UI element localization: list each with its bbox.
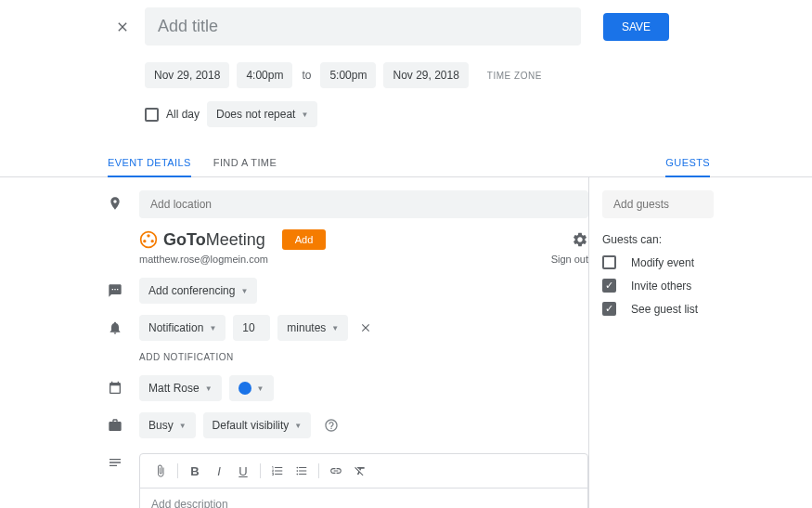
check-icon: ✓ [605,304,613,314]
tab-event-details[interactable]: EVENT DETAILS [108,150,191,177]
svg-point-2 [143,240,146,242]
invite-others-checkbox[interactable]: ✓ [602,279,616,293]
availability-dropdown[interactable]: Busy ▼ [139,412,196,438]
list-numbered-icon [271,464,284,477]
notification-value-input[interactable]: 10 [233,315,270,341]
chevron-down-icon: ▼ [294,422,302,430]
location-icon [108,190,139,211]
calendar-color-dropdown[interactable]: ▼ [229,375,274,401]
add-guests-input[interactable] [602,190,714,218]
color-dot [238,382,251,395]
description-icon [108,449,139,470]
link-icon [329,464,342,477]
modify-event-checkbox[interactable] [602,255,616,269]
end-time-picker[interactable]: 5:00pm [320,62,376,88]
see-guest-list-checkbox[interactable]: ✓ [602,302,616,316]
notification-icon [108,315,139,335]
invite-others-label: Invite others [631,280,691,293]
signout-link[interactable]: Sign out [551,254,588,265]
chevron-down-icon: ▼ [205,384,213,393]
conferencing-label: Add conferencing [148,284,235,297]
calendar-owner-dropdown[interactable]: Matt Rose ▼ [139,375,222,401]
briefcase-icon [108,412,139,433]
visibility-dropdown[interactable]: Default visibility ▼ [203,412,312,438]
gotomeeting-logo: GoToMeeting [139,230,265,250]
paperclip-icon [154,464,167,477]
italic-button[interactable]: I [208,460,230,482]
gotomeeting-add-button[interactable]: Add [282,229,327,250]
bullet-list-button[interactable] [290,460,313,482]
chevron-down-icon: ▼ [331,324,339,332]
list-bulleted-icon [295,464,308,477]
calendar-icon [108,375,139,396]
bold-button[interactable]: B [184,460,206,482]
svg-point-3 [151,240,154,242]
notification-type-dropdown[interactable]: Notification ▼ [139,315,226,341]
close-icon [115,20,130,34]
notification-unit-dropdown[interactable]: minutes ▼ [277,315,348,341]
see-guest-list-label: See guest list [631,303,698,316]
gotomeeting-email: matthew.rose@logmein.com [139,254,268,265]
gear-icon[interactable] [572,231,588,248]
underline-button[interactable]: U [232,460,254,482]
numbered-list-button[interactable] [266,460,289,482]
save-button[interactable]: SAVE [603,13,669,41]
chevron-down-icon: ▼ [179,422,187,430]
to-label: to [300,69,313,82]
add-notification-link[interactable]: ADD NOTIFICATION [108,352,588,362]
gotomeeting-icon [139,230,158,249]
guests-can-label: Guests can: [602,233,811,246]
visibility-label: Default visibility [213,419,290,432]
repeat-label: Does not repeat [216,108,295,121]
description-textarea[interactable]: Add description [140,488,587,508]
close-button[interactable] [100,20,145,34]
timezone-link[interactable]: TIME ZONE [487,71,542,81]
conferencing-dropdown[interactable]: Add conferencing ▼ [139,278,257,304]
repeat-dropdown[interactable]: Does not repeat ▼ [207,101,317,127]
end-date-picker[interactable]: Nov 29, 2018 [383,62,468,88]
chevron-down-icon: ▼ [209,324,216,332]
notification-unit-label: minutes [287,321,326,334]
title-input[interactable] [145,7,581,46]
close-icon [359,321,372,334]
attach-button[interactable] [149,460,172,482]
chevron-down-icon: ▼ [301,111,308,119]
allday-checkbox[interactable] [145,108,159,122]
availability-label: Busy [148,419,174,432]
notification-remove-button[interactable] [359,321,372,334]
clear-format-button[interactable] [349,460,371,482]
clear-format-icon [354,464,367,477]
check-icon: ✓ [605,280,613,291]
tab-guests[interactable]: GUESTS [665,150,710,177]
svg-point-1 [147,234,149,237]
modify-event-label: Modify event [631,256,694,269]
chevron-down-icon: ▼ [240,287,248,295]
notification-type-label: Notification [148,321,203,334]
location-input[interactable] [139,190,588,218]
start-time-picker[interactable]: 4:00pm [237,62,292,88]
calendar-owner-label: Matt Rose [148,382,200,395]
link-button[interactable] [325,460,347,482]
allday-label: All day [166,108,200,121]
conferencing-icon [108,278,139,298]
tab-find-time[interactable]: FIND A TIME [213,150,277,176]
start-date-picker[interactable]: Nov 29, 2018 [145,62,229,88]
gtm-brand-prefix: GoTo [163,230,206,249]
help-icon[interactable] [324,418,339,433]
description-editor[interactable]: B I U Add description [139,453,588,508]
gtm-brand-suffix: Meeting [206,230,265,249]
chevron-down-icon: ▼ [257,384,264,393]
